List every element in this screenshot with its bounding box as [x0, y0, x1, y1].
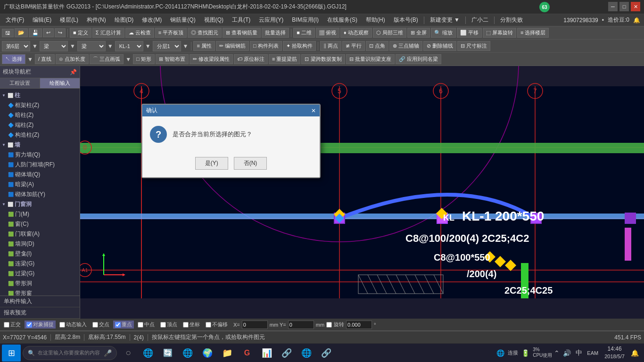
tray-network-icon[interactable]: 🌐: [495, 349, 506, 357]
snap-center-checkbox[interactable]: [138, 322, 143, 328]
tree-item-window[interactable]: 🟩窗(C): [0, 219, 80, 229]
snap-center[interactable]: 中点: [136, 321, 157, 329]
menu-component[interactable]: 构件(N): [83, 15, 110, 25]
taskbar-app-link[interactable]: 🔗: [277, 345, 296, 362]
taskbar-app-edge2[interactable]: 🌐: [178, 345, 197, 362]
tree-group-column[interactable]: ▼ ⬜ 柱: [0, 90, 80, 100]
snap-y-input[interactable]: [288, 321, 314, 329]
snap-ortho[interactable]: 正交: [2, 321, 23, 329]
tb-component-list[interactable]: □ 构件列表: [250, 41, 282, 51]
mic-icon[interactable]: 🎤: [104, 349, 112, 357]
menu-edit[interactable]: 编辑(E): [29, 15, 55, 25]
dialog-yes-button[interactable]: 是(Y): [195, 157, 228, 170]
snap-rotate-input[interactable]: [346, 321, 372, 329]
taskbar-app-refresh[interactable]: 🔄: [158, 345, 177, 362]
tray-volume-icon[interactable]: 🔊: [561, 349, 572, 357]
tb-apply-same-name[interactable]: 🔗 应用到同名梁: [396, 54, 441, 64]
tb-redo[interactable]: ↪: [55, 28, 66, 37]
snap-ortho-checkbox[interactable]: [4, 322, 9, 328]
taskbar-app-gdl[interactable]: G: [238, 345, 256, 362]
taskbar-app-cortana[interactable]: ○: [119, 345, 138, 362]
dialog-no-button[interactable]: 否(N): [234, 157, 267, 170]
tree-item-masonry-wall[interactable]: 🟦砌体墙(Q): [0, 170, 80, 180]
maximize-button[interactable]: □: [619, 2, 629, 11]
tb-find[interactable]: ◎ 查找图元: [188, 28, 222, 38]
notification-icon[interactable]: 🔔: [633, 17, 640, 24]
tray-ime-zh[interactable]: 中: [574, 349, 584, 357]
sidebar-single-component[interactable]: 单构件输入: [0, 296, 80, 307]
start-button[interactable]: ⊞: [2, 345, 21, 362]
tb-line[interactable]: / 直线: [35, 54, 55, 64]
component-category-select[interactable]: 梁: [40, 41, 68, 51]
tb-properties[interactable]: ≡ 属性: [193, 41, 215, 51]
sidebar-draw-input[interactable]: 绘图输入: [40, 78, 80, 88]
component-type-select[interactable]: 梁: [77, 41, 106, 51]
snap-x-input[interactable]: [242, 321, 268, 329]
snap-coord-checkbox[interactable]: [183, 322, 189, 328]
tb-select-floor[interactable]: ≡ 选择楼层: [517, 28, 549, 38]
layer-select[interactable]: 分层1: [153, 41, 181, 51]
taskbar-app-browser[interactable]: 🌍: [198, 345, 217, 362]
tb-batch-id-seat[interactable]: ⊟ 批量识别梁支座: [346, 54, 395, 64]
tree-item-civil-defense-wall[interactable]: 🟦人防门框墙(RF): [0, 160, 80, 170]
taskbar-app-explorer[interactable]: 📁: [218, 345, 237, 362]
tb-modify-beam-seg[interactable]: ✏ 修改梁段属性: [190, 54, 233, 64]
tree-item-door-window-combo[interactable]: 🟩门联窗(A): [0, 229, 80, 239]
taskbar-app-link2[interactable]: 🔗: [317, 345, 336, 362]
tb-sum[interactable]: Σ 汇总计算: [92, 28, 124, 38]
menu-rebar[interactable]: 钢筋量(Q): [166, 15, 199, 25]
tree-item-dark-column[interactable]: 🔷暗柱(Z): [0, 110, 80, 120]
tb-edit-rebar[interactable]: ✏ 编辑钢筋: [216, 41, 249, 51]
tree-item-lintel[interactable]: 🟩过梁(G): [0, 269, 80, 279]
snap-object-capture[interactable]: 对象捕捉: [25, 321, 56, 329]
tray-notification-icon[interactable]: 🔔: [629, 349, 640, 357]
tb-label[interactable]: 🏷 原位标注: [234, 54, 268, 64]
tray-up-arrow[interactable]: ⌃: [554, 349, 560, 357]
taskbar-app-edge1[interactable]: 🌐: [139, 345, 157, 362]
menu-draw[interactable]: 绘图(D): [111, 15, 138, 25]
tree-item-end-column[interactable]: 🔷端柱(Z): [0, 120, 80, 130]
tray-ime-eam[interactable]: EAM: [586, 350, 600, 356]
snap-rotate-checkbox[interactable]: [326, 322, 332, 328]
menu-file[interactable]: 文件(F): [2, 15, 28, 25]
tb-zoom[interactable]: 🔍 缩放: [431, 28, 456, 38]
floor-level-select[interactable]: 第6层: [2, 41, 30, 51]
minimize-button[interactable]: ─: [608, 2, 618, 11]
tb-batch-select[interactable]: 批量选择: [262, 28, 289, 38]
tb-reget-beam[interactable]: ≡ 重提梁筋: [269, 54, 300, 64]
dialog-close-icon[interactable]: ✕: [311, 107, 316, 114]
menu-cloud[interactable]: 云应用(Y): [255, 15, 287, 25]
tb-copy-span[interactable]: ⊡ 梁跨数据复制: [301, 54, 345, 64]
snap-no-offset[interactable]: 不偏移: [204, 321, 230, 329]
tree-group-wall[interactable]: ▼ ⬜ 墙: [0, 140, 80, 150]
tree-item-door[interactable]: 🟩门(M): [0, 209, 80, 219]
snap-intersection-checkbox[interactable]: [92, 322, 98, 328]
menu-bim[interactable]: BIM应用(I): [288, 15, 322, 25]
sidebar-report[interactable]: 报表预览: [0, 307, 80, 319]
tb-new[interactable]: 🖫: [2, 29, 14, 37]
tb-point-length[interactable]: ⊙ 点加长度: [56, 54, 89, 64]
snap-midpoint[interactable]: 重点: [113, 321, 134, 329]
tb-dynamic-observe[interactable]: ♦ 动态观察: [340, 28, 372, 38]
snap-no-offset-checkbox[interactable]: [206, 322, 211, 328]
tree-item-masonry-rebar[interactable]: 🟦砌体加筋(Y): [0, 189, 80, 199]
tb-three-point-axis[interactable]: ⊗ 三点辅轴: [389, 41, 422, 51]
tree-item-dark-beam[interactable]: 🟦暗梁(A): [0, 180, 80, 189]
tb-pick[interactable]: ✦ 拾取构件: [283, 41, 316, 51]
tb-cloud-check[interactable]: ☁ 云检查: [125, 28, 154, 38]
tb-save[interactable]: 💾: [29, 28, 42, 37]
tb-parallel[interactable]: ≢ 平行: [342, 41, 365, 51]
snap-object-capture-checkbox[interactable]: [26, 322, 32, 328]
tb-open[interactable]: 📂: [15, 28, 28, 37]
snap-dynamic-input-checkbox[interactable]: [59, 322, 65, 328]
tb-local-3d[interactable]: ⬡ 局部三维: [373, 28, 406, 38]
tree-item-wall-hole[interactable]: 🟩墙洞(D): [0, 239, 80, 249]
tree-item-shear-wall[interactable]: 🟦剪力墙(Q): [0, 150, 80, 160]
menu-view[interactable]: 视图(Q): [200, 15, 227, 25]
tb-dimension[interactable]: ⊟ 尺寸标注: [457, 41, 490, 51]
tb-define[interactable]: ■ 定义: [70, 28, 91, 38]
tb-top-view[interactable]: ▦ 俯视: [316, 28, 339, 38]
canvas-area[interactable]: 4 5 6 7 0 A1 KL KL-1 200*550 C8@100/200(…: [80, 66, 644, 319]
taskbar-search-box[interactable]: 🔍 在这里输入你要搜索的内容 🎤: [23, 346, 117, 360]
tb-fullscreen[interactable]: ⊞ 全屏: [407, 28, 430, 38]
